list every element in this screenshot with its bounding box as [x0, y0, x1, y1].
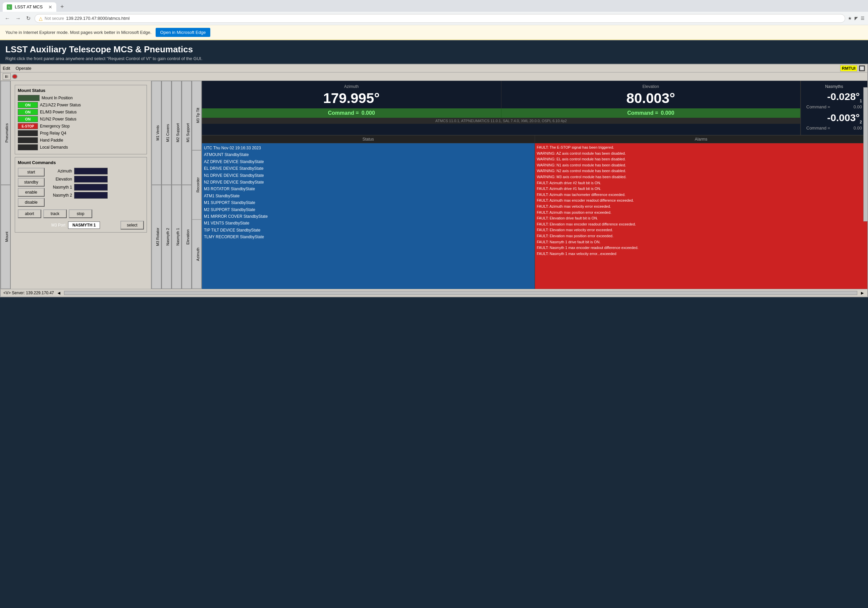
status-label-2: EL/M3 Power Status [40, 110, 76, 115]
menu-edit[interactable]: Edit [3, 66, 10, 71]
sidebar-tab-m3tiptilt[interactable]: M3 Tip Tilt [192, 81, 202, 150]
elevation-input[interactable] [74, 176, 108, 183]
right-display: Azimuth 179.995° Elevation 80.003° [202, 81, 867, 289]
sidebar-tab-recorder[interactable]: Recorder [192, 150, 202, 220]
tab-title: LSST AT MCS [15, 5, 43, 9]
status-list-item: M1 SUPPORT StandbyState [204, 199, 533, 206]
el-command: Command = 0.000 [501, 109, 801, 118]
security-label: Not secure [45, 16, 64, 21]
status-indicator-2: ON [18, 109, 38, 115]
scroll-left-button[interactable]: ◄ [57, 290, 61, 296]
nasmyth1-input[interactable] [74, 184, 108, 191]
status-list[interactable]: UTC Thu Nov 02 19:16:33 2023ATMOUNT Stan… [202, 143, 535, 289]
ie-banner: You're in Internet Explorer mode. Most p… [0, 25, 868, 40]
toolbar-back-button[interactable]: ⇇ [3, 73, 11, 80]
scroll-right-button[interactable]: ► [860, 290, 865, 296]
nasmyth1-command: Command = 0.00 [806, 104, 862, 109]
commands-left: start standby enable disable [18, 168, 45, 207]
active-tab[interactable]: L LSST AT MCS ✕ [3, 2, 56, 12]
nasmyth2-cmd-value: 0.00 [854, 126, 862, 130]
az-el-panel: Azimuth 179.995° Elevation 80.003° [202, 81, 800, 135]
reload-button[interactable]: ↻ [25, 14, 32, 23]
open-in-edge-button[interactable]: Open in Microsoft Edge [156, 28, 211, 37]
big-axes-row: Azimuth 179.995° Elevation 80.003° [202, 81, 800, 109]
status-panel-header: Status [202, 136, 535, 143]
alarms-list[interactable]: FAULT: The E-STOP signal has been trigge… [535, 143, 868, 289]
split-view-icon[interactable]: ◤ [855, 16, 858, 21]
azimuth-input[interactable] [74, 168, 108, 174]
azimuth-field-row: Azimuth [49, 168, 144, 174]
back-button[interactable]: ← [3, 14, 11, 23]
sidebar-col2: M1 Vents M3 Rotator [152, 81, 162, 289]
nav-icons: ★ ◤ ☰ [848, 16, 865, 21]
panel-menubar: Edit Operate RMTUI 🔲 [1, 64, 867, 73]
status-list-item: ATMOUNT StandbyState [204, 151, 533, 158]
select-button[interactable]: select [120, 221, 144, 230]
reading-view-icon[interactable]: ☰ [860, 16, 865, 21]
sidebar-tab-nasmyth1[interactable]: Nasmyth 1 [172, 185, 181, 289]
status-label-3: N1/N2 Power Status [40, 117, 76, 121]
standby-button[interactable]: standby [18, 178, 45, 186]
alarms-list-item: FAULT: Azimuth max position error exceed… [537, 210, 866, 216]
elevation-value: 80.003° [507, 90, 795, 106]
sidebar-tab-m2support[interactable]: M2 Support [172, 81, 181, 185]
toolbar-stop-button[interactable] [12, 74, 17, 79]
sidebar-tab-m1vents[interactable]: M1 Vents [152, 81, 161, 185]
commands-right: Azimuth Elevation Nasmyth 1 [49, 168, 144, 207]
status-label-6: Hand Paddle [40, 138, 63, 143]
elevation-field-label: Elevation [49, 177, 72, 181]
status-label-7: Local Demands [40, 145, 68, 150]
horizontal-scrollbar[interactable] [64, 291, 857, 295]
alarms-list-item: FAULT: Azimuth drive #1 fault bit is ON. [537, 186, 866, 192]
sidebar-tab-mount[interactable]: Mount [1, 185, 11, 289]
favorites-icon[interactable]: ★ [848, 16, 852, 21]
status-row-1: ON AZ1/AZ2 Power Status [18, 102, 144, 108]
abort-button[interactable]: abort [18, 209, 41, 218]
mount-commands-title: Mount Commands [18, 160, 144, 165]
status-row-7: Local Demands [18, 144, 144, 150]
alarms-list-item: FAULT: Nasmyth 1 max velocity error...ex… [537, 251, 866, 257]
m3-port-label: M3 Port [51, 223, 65, 228]
sidebar-tab-m1covers[interactable]: M1 Covers [162, 81, 171, 185]
stop-button[interactable]: stop [69, 209, 92, 218]
address-bar[interactable]: △ Not secure 139.229.170.47:8000/atmcs.h… [34, 14, 845, 23]
nasmyth1-cmd-label: Command = [806, 104, 830, 109]
left-panel: Mount Status Mount In Position ON AZ1/AZ… [11, 81, 152, 289]
menu-operate[interactable]: Operate [16, 66, 31, 71]
nasmyth2-input[interactable] [74, 192, 108, 199]
status-indicator-6 [18, 137, 38, 143]
alarms-list-item: FAULT: Azimuth max encoder readout diffe… [537, 198, 866, 204]
sidebar-tab-m3rotator[interactable]: M3 Rotator [152, 185, 161, 289]
tab-bar: L LSST AT MCS ✕ + [0, 0, 868, 12]
mount-status-panel: Mount Status Mount In Position ON AZ1/AZ… [15, 85, 147, 154]
sidebar-tab-m1support[interactable]: M1 Support [182, 81, 192, 185]
sidebar-tab-pneumatics[interactable]: Pneumatics [1, 81, 11, 185]
forward-button[interactable]: → [14, 14, 22, 23]
sidebar-tab-nasmyth2[interactable]: Nasmyth 2 [162, 185, 171, 289]
el-command-label: Command = [627, 110, 658, 116]
sidebar-tab-azimuth[interactable]: Azimuth [192, 219, 202, 289]
status-list-item: M1 VENTS StandbyState [204, 220, 533, 226]
cmd-bottom-row: abort track stop [18, 209, 144, 218]
alarms-list-item: FAULT: Elevation max encoder readout dif… [537, 222, 866, 228]
azimuth-title: Azimuth [207, 84, 496, 89]
nasmyth2-cmd-label: Command = [806, 126, 830, 130]
new-tab-button[interactable]: + [58, 2, 67, 12]
status-list-item: TIP TILT DEVICE StandbyState [204, 227, 533, 234]
start-button[interactable]: start [18, 168, 45, 177]
status-indicator-7 [18, 144, 38, 150]
tab-close-button[interactable]: ✕ [48, 5, 52, 10]
status-indicator-0 [18, 95, 40, 101]
azimuth-display: Azimuth 179.995° [202, 81, 501, 109]
panel-area: Edit Operate RMTUI 🔲 ⇇ Pneumatics Mount … [0, 64, 868, 297]
track-button[interactable]: track [43, 209, 67, 218]
disable-button[interactable]: disable [18, 198, 45, 207]
status-panel: Status UTC Thu Nov 02 19:16:33 2023ATMOU… [202, 136, 535, 289]
sidebar-tab-elevation[interactable]: Elevation [182, 185, 192, 289]
enable-button[interactable]: enable [18, 188, 45, 197]
alarms-list-item: FAULT: Elevation max velocity error exce… [537, 227, 866, 233]
rmtui-badge[interactable]: RMTUI [840, 65, 857, 71]
vertical-scrollbar[interactable] [863, 87, 867, 222]
app-subtitle: Right click the front panel area anywher… [5, 56, 863, 61]
status-indicator-3: ON [18, 116, 38, 122]
